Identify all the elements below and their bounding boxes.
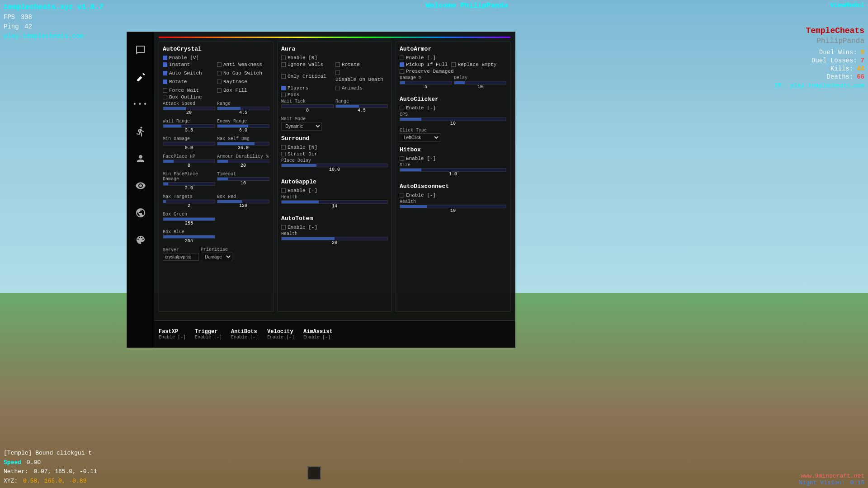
sidebar-icon-combat[interactable] <box>132 68 150 86</box>
box-blue-label: Box Blue <box>163 230 215 235</box>
attack-speed-track[interactable] <box>163 107 215 110</box>
cps-track[interactable] <box>400 117 506 121</box>
animals-checkbox[interactable] <box>335 86 340 90</box>
autototem-health-track[interactable] <box>281 237 388 240</box>
nether-label: Nether: <box>4 468 28 475</box>
autoclicker-enable-label: Enable [-] <box>406 105 436 111</box>
faceplace-hp-slider: FacePlace HP 8 <box>163 154 215 168</box>
instant-checkbox[interactable] <box>163 62 167 67</box>
deaths-value: 66 <box>857 73 864 80</box>
range-track[interactable] <box>217 107 269 110</box>
tab-fastxp[interactable]: FastXP Enable [-] <box>159 328 186 340</box>
tab-trigger[interactable]: Trigger Enable [-] <box>195 328 222 340</box>
box-green-value: 255 <box>163 221 215 226</box>
players-checkbox[interactable] <box>281 86 286 90</box>
autogapple-health-track[interactable] <box>281 200 388 204</box>
tab-antibots[interactable]: AntiBots Enable [-] <box>231 328 258 340</box>
aura-rotate-checkbox[interactable] <box>335 62 340 67</box>
box-fill-checkbox[interactable] <box>217 88 222 93</box>
sidebar-icon-chat[interactable] <box>132 41 150 59</box>
tab-velocity[interactable]: Velocity Enable [-] <box>267 328 294 340</box>
autodisconnect-health-track[interactable] <box>400 205 506 208</box>
prioritise-label: Prioritise <box>201 247 232 252</box>
click-type-select[interactable]: LeftClick RightClick <box>400 133 440 142</box>
box-green-track[interactable] <box>163 217 215 221</box>
replace-empty-checkbox[interactable] <box>451 62 456 67</box>
place-delay-track[interactable] <box>281 164 388 167</box>
ignore-walls-checkbox[interactable] <box>281 62 286 67</box>
force-wait-checkbox[interactable] <box>163 88 167 93</box>
max-self-dmg-label: Max Self Dmg <box>217 136 269 141</box>
armor-delay-track[interactable] <box>454 81 506 84</box>
sidebar-icon-dots[interactable]: ••• <box>132 95 150 113</box>
autodisconnect-enable-checkbox[interactable] <box>400 193 404 197</box>
sidebar-icon-world[interactable] <box>132 204 150 222</box>
timeout-track[interactable] <box>217 177 269 181</box>
damage-pct-track[interactable] <box>400 81 452 84</box>
place-delay-value: 10.0 <box>281 167 388 172</box>
autototem-enable-checkbox[interactable] <box>281 225 286 230</box>
anti-weakness-checkbox[interactable] <box>217 62 222 67</box>
wait-mode-select[interactable]: Dynamic Static <box>281 122 322 131</box>
armour-dur-track[interactable] <box>217 160 269 163</box>
range-value: 4.5 <box>217 110 269 115</box>
sidebar-icon-movement[interactable] <box>132 122 150 141</box>
autoclicker-enable-checkbox[interactable] <box>400 106 404 110</box>
autoarmor-enable-checkbox[interactable] <box>400 56 404 60</box>
sidebar-icon-player[interactable] <box>132 150 150 168</box>
pickup-full-checkbox[interactable] <box>400 62 404 67</box>
enemy-range-track[interactable] <box>217 124 269 128</box>
min-faceplace-track[interactable] <box>163 182 215 186</box>
autocrystal-enable-checkbox[interactable] <box>163 56 167 60</box>
rotate-checkbox[interactable] <box>163 80 167 84</box>
speed-label: Speed <box>4 459 21 466</box>
armour-dur-slider: Armour Durability % 20 <box>217 154 269 168</box>
disable-on-death-checkbox[interactable] <box>335 70 340 75</box>
sidebar-icon-palette[interactable] <box>132 231 150 249</box>
attack-speed-slider: Attack Speed 20 <box>163 101 215 115</box>
hitbox-size-track[interactable] <box>400 168 506 172</box>
box-outline-checkbox[interactable] <box>163 95 167 99</box>
surround-enable-checkbox[interactable] <box>281 145 286 150</box>
aura-range-track[interactable] <box>335 104 388 108</box>
bottom-right-hud: www.9minecraft.net Night Vision: 0:15 <box>799 473 864 486</box>
server-input[interactable] <box>163 253 199 261</box>
box-blue-value: 255 <box>163 239 215 244</box>
aura-enable-checkbox[interactable] <box>281 56 286 60</box>
max-targets-slider: Max Targets 2 <box>163 194 215 208</box>
wait-tick-track[interactable] <box>281 104 334 108</box>
wall-range-track[interactable] <box>163 124 215 128</box>
max-targets-track[interactable] <box>163 200 215 203</box>
autogapple-health-slider: Health 14 <box>281 195 388 209</box>
tab-velocity-label: Velocity <box>267 328 294 335</box>
box-blue-track[interactable] <box>163 235 215 239</box>
no-gap-switch-row: No Gap Switch <box>217 70 269 76</box>
autogapple-enable-checkbox[interactable] <box>281 188 286 193</box>
box-red-track[interactable] <box>217 200 269 203</box>
sidebar-icon-eye[interactable] <box>132 177 150 195</box>
preserve-damaged-checkbox[interactable] <box>400 69 404 74</box>
tab-trigger-enable: Enable [-] <box>195 335 222 340</box>
only-critical-checkbox[interactable] <box>281 74 286 79</box>
box-green-fill <box>163 218 215 221</box>
autoclicker-enable-row: Enable [-] <box>400 105 506 111</box>
min-faceplace-fill <box>163 183 168 185</box>
aura-range-value: 4.5 <box>335 108 388 113</box>
auto-switch-checkbox[interactable] <box>163 71 167 75</box>
mobs-checkbox[interactable] <box>281 93 286 97</box>
max-self-dmg-track[interactable] <box>217 142 269 145</box>
prioritise-container: Prioritise Damage Distance <box>201 247 232 261</box>
tab-aimassist[interactable]: AimAssist Enable [-] <box>303 328 333 340</box>
faceplace-hp-track[interactable] <box>163 160 215 163</box>
strict-dir-checkbox[interactable] <box>281 152 286 156</box>
raytrace-checkbox[interactable] <box>217 80 222 84</box>
hitbox-enable-checkbox[interactable] <box>400 156 404 161</box>
prioritise-select[interactable]: Damage Distance <box>201 253 232 261</box>
armour-dur-label: Armour Durability % <box>217 154 269 159</box>
click-type-label: Click Type <box>400 128 440 133</box>
range-fill <box>217 107 241 110</box>
no-gap-switch-checkbox[interactable] <box>217 71 222 75</box>
min-damage-track[interactable] <box>163 142 215 145</box>
speed-value: 0.00 <box>27 459 41 466</box>
attack-range-grid: Attack Speed 20 Range 4.5 <box>163 101 269 245</box>
